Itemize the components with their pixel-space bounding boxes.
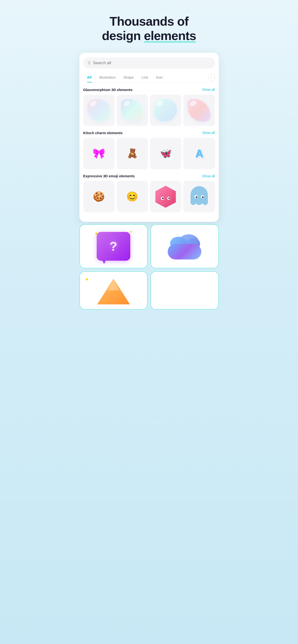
- sun-emoji-icon: 😊: [126, 191, 138, 202]
- kitsch-items: 🎀 🧸 🦋 A: [83, 138, 215, 169]
- search-input[interactable]: [93, 60, 211, 66]
- glassmorphism-section-header: Glassmorphism 3D elements Show all: [83, 88, 215, 92]
- kitsch-section-header: Kitsch charm elements Show all: [83, 131, 215, 135]
- emoji-title: Expressive 3D emoji elements: [83, 174, 135, 178]
- tabs-row: All Illustration Shape Line Icon ›: [83, 73, 215, 82]
- hero-line3: elements: [144, 29, 196, 43]
- bottom-row-2: ✦: [79, 271, 219, 310]
- cloud-illustration: [165, 233, 204, 260]
- hero-line1: Thousands of: [110, 14, 189, 28]
- kitsch-butterfly[interactable]: 🦋: [150, 138, 181, 169]
- svg-marker-12: [107, 279, 119, 290]
- bear-icon: 🧸: [127, 148, 138, 158]
- svg-point-9: [196, 196, 197, 198]
- tab-scroll-right[interactable]: ›: [208, 74, 215, 81]
- letter-a-icon: A: [195, 147, 203, 159]
- emoji-item-2[interactable]: 😊: [117, 181, 148, 212]
- glassmorphism-items: [83, 95, 215, 126]
- question-wrapper: ✦ ✦ ✦: [94, 230, 133, 263]
- emoji-item-1[interactable]: 🍪: [83, 181, 115, 212]
- cloud-card[interactable]: [151, 224, 219, 268]
- butterfly-icon: 🦋: [160, 148, 172, 159]
- main-card-panel: ⚲ All Illustration Shape Line Icon › Gla…: [79, 53, 219, 222]
- emoji-item-4[interactable]: [183, 181, 215, 212]
- mountain-svg: [80, 272, 147, 309]
- glass-item-4[interactable]: [183, 95, 215, 126]
- svg-rect-6: [191, 195, 208, 204]
- search-bar[interactable]: ⚲: [83, 58, 215, 68]
- kitsch-letter[interactable]: A: [183, 138, 215, 169]
- tab-all[interactable]: All: [83, 73, 95, 82]
- cookie-icon: 🍪: [93, 191, 105, 202]
- svg-point-4: [169, 198, 170, 199]
- search-icon: ⚲: [88, 60, 91, 66]
- tab-line[interactable]: Line: [137, 73, 152, 82]
- kitsch-bow[interactable]: 🎀: [83, 138, 115, 169]
- mountain-card[interactable]: ✦: [79, 271, 148, 310]
- sparkle-icon-3: ✦: [129, 230, 133, 234]
- ghost-emoji-icon: [187, 185, 211, 208]
- large-cards-row: ✦ ✦ ✦: [79, 224, 219, 268]
- emoji-show-all[interactable]: Show all: [202, 174, 215, 178]
- emoji-items: 🍪 😊: [83, 181, 215, 212]
- kitsch-title: Kitsch charm elements: [83, 131, 123, 135]
- question-card[interactable]: ✦ ✦ ✦: [79, 224, 148, 268]
- page-container: Thousands of design elements ⚲ All Illus…: [75, 0, 224, 319]
- hero-title: Thousands of design elements: [79, 14, 219, 43]
- glass-item-1[interactable]: [83, 95, 115, 126]
- hex-emoji-icon: [154, 185, 177, 208]
- glass-item-3[interactable]: [150, 95, 181, 126]
- emoji-section-header: Expressive 3D emoji elements Show all: [83, 174, 215, 178]
- glassmorphism-show-all[interactable]: Show all: [202, 88, 215, 92]
- svg-marker-0: [156, 186, 176, 208]
- emoji-item-3[interactable]: [150, 181, 181, 212]
- bow-icon: 🎀: [93, 148, 105, 159]
- kitsch-show-all[interactable]: Show all: [202, 131, 215, 135]
- glassmorphism-title: Glassmorphism 3D elements: [83, 88, 133, 92]
- tab-illustration[interactable]: Illustration: [95, 73, 119, 82]
- kitsch-bear[interactable]: 🧸: [117, 138, 148, 169]
- hero-line2: design: [102, 29, 141, 43]
- svg-point-3: [162, 198, 164, 199]
- tab-shape[interactable]: Shape: [119, 73, 137, 82]
- question-box: [97, 232, 130, 261]
- glass-item-2[interactable]: [117, 95, 148, 126]
- placeholder-card[interactable]: [151, 271, 219, 310]
- tab-icon[interactable]: Icon: [152, 73, 167, 82]
- svg-point-10: [202, 196, 203, 198]
